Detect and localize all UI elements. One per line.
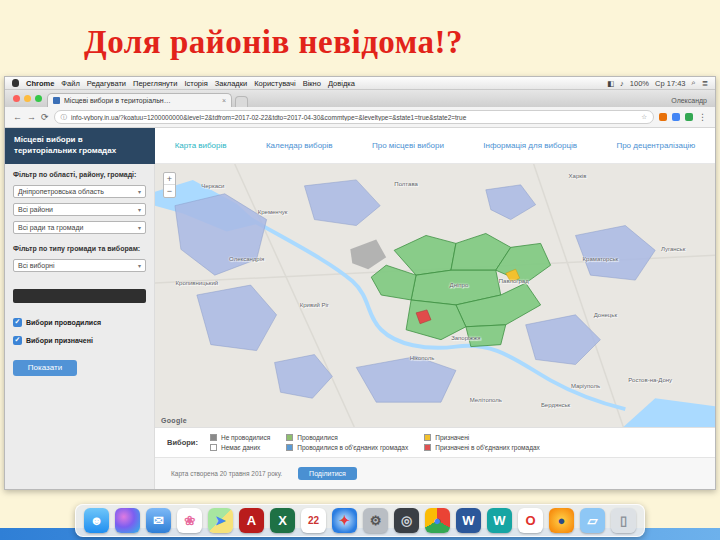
council-select-value: Всі ради та громади <box>18 224 83 231</box>
chrome-menu-icon[interactable]: ⋮ <box>698 113 707 122</box>
chrome-icon[interactable]: ● <box>425 508 450 533</box>
nav-link[interactable]: Календар виборів <box>266 141 333 150</box>
map-city-label: Нікополь <box>410 355 435 361</box>
menubar-item[interactable]: Файл <box>61 79 79 88</box>
legend-item: Призначені в об'єднаних громадах <box>424 444 540 451</box>
site-brand[interactable]: Місцеві вибори в територіальних громадах <box>5 128 155 164</box>
bookmark-star-icon[interactable]: ☆ <box>641 113 647 121</box>
nav-link[interactable]: Про децентралізацію <box>616 141 695 150</box>
checkbox-elections-scheduled[interactable]: ✓ Вибори призначені <box>13 336 146 345</box>
new-tab-button[interactable] <box>235 96 248 107</box>
settings-icon[interactable]: ⚙ <box>363 508 388 533</box>
district-select-value: Всі райони <box>18 206 53 213</box>
extension-icon[interactable] <box>672 113 680 121</box>
safari-icon[interactable]: ✦ <box>332 508 357 533</box>
zoom-out-button[interactable]: − <box>164 185 175 197</box>
calendar-icon[interactable]: 22 <box>301 508 326 533</box>
legend-title: Вибори: <box>167 438 198 447</box>
nav-link[interactable]: Інформація для виборців <box>483 141 577 150</box>
url-bar[interactable]: ⓘ info-vybory.in.ua/?koatuu=1200000000&l… <box>54 110 654 124</box>
legend-label: Призначені <box>435 434 469 441</box>
back-button[interactable]: ← <box>13 113 22 122</box>
legend-label: Проводилися <box>297 434 337 441</box>
photos-icon[interactable]: ❀ <box>177 508 202 533</box>
menubar-item[interactable]: Вікно <box>303 79 321 88</box>
legend-swatch <box>210 434 217 441</box>
menubar-status-area: ◧ ♪ 100% Ср 17:43 ⌕ ≣ <box>607 78 708 88</box>
trash-icon[interactable]: ▯ <box>611 508 636 533</box>
menubar-item[interactable]: Користувачі <box>254 79 295 88</box>
legend-item: Не проводилися <box>210 434 270 441</box>
extension-icon[interactable] <box>685 113 693 121</box>
nav-link[interactable]: Про місцеві вибори <box>372 141 444 150</box>
forward-button[interactable]: → <box>27 113 36 122</box>
region-select[interactable]: Дніпропетровська область ▾ <box>13 185 146 198</box>
chevron-down-icon: ▾ <box>138 224 141 231</box>
legend-item: Немає даних <box>210 444 270 451</box>
spotlight-icon[interactable]: ⌕ <box>692 78 696 88</box>
legend-label: Немає даних <box>221 444 260 451</box>
w-app-icon[interactable]: W <box>487 508 512 533</box>
nav-link[interactable]: Карта виборів <box>175 141 227 150</box>
battery-indicator[interactable]: 100% <box>630 79 649 88</box>
map-city-label: Мелітополь <box>470 397 502 403</box>
type-select[interactable]: Всі виборні ▾ <box>13 259 146 272</box>
opera-icon[interactable]: O <box>518 508 543 533</box>
profile-name[interactable]: Олександр <box>671 97 707 107</box>
menubar-item[interactable]: Переглянути <box>133 79 177 88</box>
extension-icon[interactable] <box>659 113 667 121</box>
legend-label: Не проводилися <box>221 434 270 441</box>
legend-columns: Не проводилисяНемає данихПроводилисяПров… <box>210 434 540 451</box>
apple-menu-icon[interactable] <box>12 79 19 87</box>
map-city-label: Ростов-на-Дону <box>628 377 672 383</box>
checkbox-elections-held[interactable]: ✓ Вибори проводилися <box>13 318 146 327</box>
folder-icon[interactable]: ▱ <box>580 508 605 533</box>
site-nav: Карта виборівКалендар виборівПро місцеві… <box>155 141 715 150</box>
volume-icon[interactable]: ♪ <box>620 79 624 88</box>
menubar-item[interactable]: Редагувати <box>87 79 126 88</box>
menubar-item[interactable]: Закладки <box>215 79 247 88</box>
browser-tab[interactable]: Місцеві вибори в територіальн… × <box>47 93 232 107</box>
tab-close-icon[interactable]: × <box>222 97 226 104</box>
menubar-item[interactable]: Chrome <box>26 79 54 88</box>
footer-share-button[interactable]: Поділитися <box>298 467 357 480</box>
reload-button[interactable]: ⟳ <box>41 113 49 122</box>
menubar-clock[interactable]: Ср 17:43 <box>655 79 685 88</box>
type-filter-box[interactable] <box>13 289 146 303</box>
council-select[interactable]: Всі ради та громади ▾ <box>13 221 146 234</box>
chrome-toolbar: ← → ⟳ ⓘ info-vybory.in.ua/?koatuu=120000… <box>5 107 715 128</box>
menubar-item[interactable]: Історія <box>184 79 207 88</box>
fullscreen-window-button[interactable] <box>35 95 42 102</box>
map-city-label: Кропивницький <box>176 280 219 286</box>
legend-swatch <box>210 444 217 451</box>
legend-column: ПроводилисяПроводилися в об'єднаних гром… <box>286 434 408 451</box>
notification-center-icon[interactable]: ≣ <box>702 79 708 88</box>
show-button[interactable]: Показати <box>13 360 77 376</box>
word-icon[interactable]: W <box>456 508 481 533</box>
maps-icon[interactable]: ➤ <box>208 508 233 533</box>
legend-column: Не проводилисяНемає даних <box>210 434 270 451</box>
firefox-icon[interactable]: ● <box>549 508 574 533</box>
finder-icon[interactable]: ☻ <box>84 508 109 533</box>
page-body: Фільтр по області, району, громаді: Дніп… <box>5 164 715 489</box>
menubar-item[interactable]: Довідка <box>328 79 355 88</box>
close-window-button[interactable] <box>13 95 20 102</box>
mail-icon[interactable]: ✉ <box>146 508 171 533</box>
elections-map[interactable]: ЧеркасиКременчукПолтаваХарківОлександрія… <box>155 164 715 427</box>
map-city-label: Запоріжжя <box>451 335 481 341</box>
tab-favicon <box>53 97 60 104</box>
district-select[interactable]: Всі райони ▾ <box>13 203 146 216</box>
siri-icon[interactable] <box>115 508 140 533</box>
acrobat-icon[interactable]: A <box>239 508 264 533</box>
bluetooth-icon[interactable]: ◧ <box>607 79 614 88</box>
camera-icon[interactable]: ◎ <box>394 508 419 533</box>
legend-swatch <box>424 444 431 451</box>
zoom-in-button[interactable]: + <box>164 173 175 185</box>
map-city-label: Павлоград <box>499 278 529 284</box>
filter-type-label: Фільтр по типу громади та виборам: <box>13 245 146 254</box>
minimize-window-button[interactable] <box>24 95 31 102</box>
chevron-down-icon: ▾ <box>138 188 141 195</box>
map-city-label: Бердянськ <box>541 402 570 408</box>
excel-icon[interactable]: X <box>270 508 295 533</box>
site-info-icon[interactable]: ⓘ <box>61 113 68 122</box>
